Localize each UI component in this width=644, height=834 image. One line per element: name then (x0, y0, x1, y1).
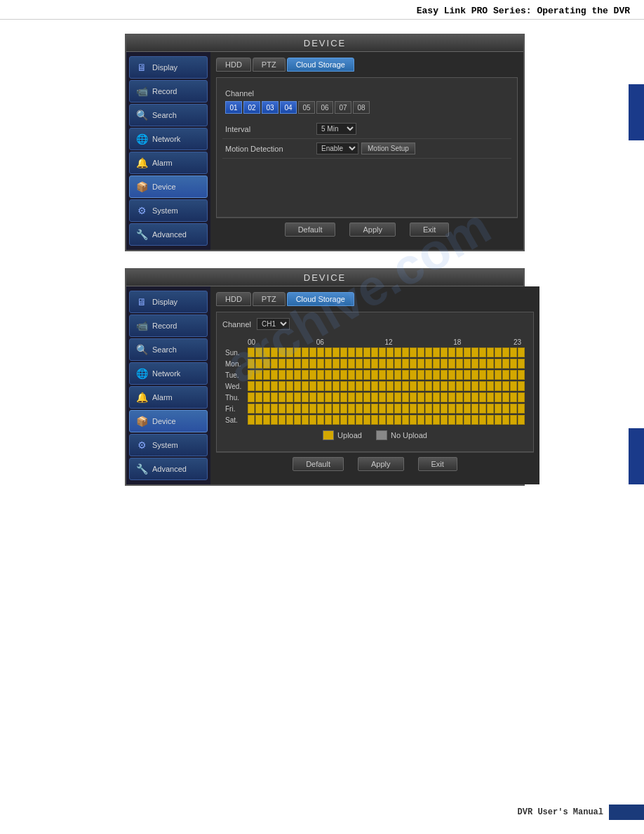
time-block-5-2[interactable] (263, 404, 270, 413)
time-block-4-23[interactable] (425, 392, 432, 402)
time-block-6-33[interactable] (502, 415, 509, 425)
time-block-1-27[interactable] (456, 359, 463, 369)
time-block-5-31[interactable] (487, 404, 494, 413)
time-block-1-26[interactable] (448, 359, 455, 369)
time-block-4-8[interactable] (309, 392, 316, 402)
time-block-5-30[interactable] (479, 404, 486, 413)
time-block-3-32[interactable] (495, 381, 502, 391)
time-block-2-35[interactable] (518, 370, 525, 380)
time-block-3-19[interactable] (394, 381, 401, 391)
time-block-3-9[interactable] (317, 381, 324, 391)
time-block-2-1[interactable] (255, 370, 262, 380)
time-block-6-15[interactable] (363, 415, 370, 425)
time-block-0-35[interactable] (518, 348, 525, 357)
time-block-2-34[interactable] (510, 370, 517, 380)
time-block-3-8[interactable] (309, 381, 316, 391)
time-block-1-7[interactable] (302, 359, 309, 369)
time-block-5-3[interactable] (271, 404, 278, 413)
time-block-0-7[interactable] (302, 348, 309, 357)
time-block-3-6[interactable] (294, 381, 301, 391)
time-block-4-19[interactable] (394, 392, 401, 402)
time-block-0-3[interactable] (271, 348, 278, 357)
time-block-2-26[interactable] (448, 370, 455, 380)
time-block-3-30[interactable] (479, 381, 486, 391)
time-block-0-34[interactable] (510, 348, 517, 357)
time-block-2-21[interactable] (410, 370, 417, 380)
time-block-6-6[interactable] (294, 415, 301, 425)
time-block-6-22[interactable] (417, 415, 424, 425)
tab-ptz-1[interactable]: PTZ (253, 58, 286, 72)
time-block-1-21[interactable] (410, 359, 417, 369)
tab-cloud-1[interactable]: Cloud Storage (287, 58, 354, 72)
time-block-0-5[interactable] (286, 348, 293, 357)
time-block-2-3[interactable] (271, 370, 278, 380)
time-block-0-14[interactable] (356, 348, 363, 357)
default-button-2[interactable]: Default (293, 457, 344, 471)
time-block-1-33[interactable] (502, 359, 509, 369)
time-block-1-31[interactable] (487, 359, 494, 369)
time-block-3-23[interactable] (425, 381, 432, 391)
time-block-2-4[interactable] (279, 370, 286, 380)
time-block-5-12[interactable] (340, 404, 347, 413)
time-block-4-21[interactable] (410, 392, 417, 402)
time-block-2-18[interactable] (387, 370, 394, 380)
time-block-3-34[interactable] (510, 381, 517, 391)
time-block-3-28[interactable] (464, 381, 471, 391)
ch-btn-01[interactable]: 01 (225, 101, 242, 114)
time-block-3-31[interactable] (487, 381, 494, 391)
time-block-3-7[interactable] (302, 381, 309, 391)
time-block-3-2[interactable] (263, 381, 270, 391)
time-block-1-23[interactable] (425, 359, 432, 369)
time-block-4-17[interactable] (379, 392, 386, 402)
time-block-1-18[interactable] (387, 359, 394, 369)
time-block-1-6[interactable] (294, 359, 301, 369)
time-block-1-35[interactable] (518, 359, 525, 369)
sidebar-item-search-2[interactable]: 🔍 Search (129, 338, 208, 361)
time-block-0-33[interactable] (502, 348, 509, 357)
exit-button-2[interactable]: Exit (418, 457, 457, 471)
time-block-4-24[interactable] (433, 392, 440, 402)
time-block-3-4[interactable] (279, 381, 286, 391)
time-block-3-20[interactable] (402, 381, 409, 391)
time-block-0-29[interactable] (471, 348, 478, 357)
time-block-1-15[interactable] (363, 359, 370, 369)
time-block-2-14[interactable] (356, 370, 363, 380)
time-block-6-31[interactable] (487, 415, 494, 425)
time-block-2-29[interactable] (471, 370, 478, 380)
time-block-2-22[interactable] (417, 370, 424, 380)
time-block-5-4[interactable] (279, 404, 286, 413)
time-block-1-8[interactable] (309, 359, 316, 369)
time-block-2-25[interactable] (441, 370, 448, 380)
time-block-6-34[interactable] (510, 415, 517, 425)
time-block-6-3[interactable] (271, 415, 278, 425)
time-block-2-8[interactable] (309, 370, 316, 380)
time-block-3-18[interactable] (387, 381, 394, 391)
time-block-4-33[interactable] (502, 392, 509, 402)
sidebar-item-alarm-2[interactable]: 🔔 Alarm (129, 386, 208, 409)
default-button-1[interactable]: Default (285, 223, 336, 237)
interval-select[interactable]: 5 Min 1 Min 10 Min 30 Min 60 Min (316, 123, 356, 135)
time-block-0-27[interactable] (456, 348, 463, 357)
time-block-3-1[interactable] (255, 381, 262, 391)
time-block-4-31[interactable] (487, 392, 494, 402)
time-block-4-26[interactable] (448, 392, 455, 402)
sidebar-item-record-2[interactable]: 📹 Record (129, 315, 208, 337)
time-block-5-16[interactable] (371, 404, 378, 413)
time-block-3-29[interactable] (471, 381, 478, 391)
time-block-3-15[interactable] (363, 381, 370, 391)
time-block-5-29[interactable] (471, 404, 478, 413)
time-block-3-26[interactable] (448, 381, 455, 391)
time-block-1-25[interactable] (441, 359, 448, 369)
time-block-5-35[interactable] (518, 404, 525, 413)
time-block-2-12[interactable] (340, 370, 347, 380)
time-block-6-25[interactable] (441, 415, 448, 425)
time-block-4-11[interactable] (333, 392, 340, 402)
sidebar-item-system-1[interactable]: ⚙ System (129, 199, 208, 222)
time-block-5-10[interactable] (325, 404, 332, 413)
time-block-4-35[interactable] (518, 392, 525, 402)
motion-setup-button[interactable]: Motion Setup (361, 143, 415, 154)
sidebar-item-advanced-2[interactable]: 🔧 Advanced (129, 458, 208, 480)
time-block-6-21[interactable] (410, 415, 417, 425)
tab-cloud-2[interactable]: Cloud Storage (287, 292, 354, 306)
time-block-6-2[interactable] (263, 415, 270, 425)
